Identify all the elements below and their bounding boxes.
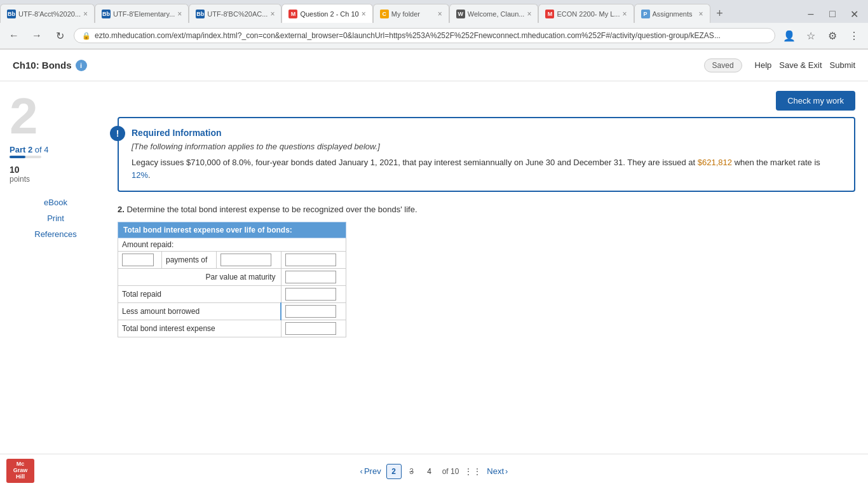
tab-3[interactable]: Bb UTF-8'BC%20AC... ×	[189, 4, 281, 23]
tab-favicon-6: W	[456, 10, 465, 18]
part-of: of 4	[35, 145, 49, 154]
part-bold: Part 2	[10, 145, 32, 154]
total-repaid-row: Total repaid	[118, 286, 346, 303]
tab-title-4: Question 2 - Ch 10	[300, 10, 358, 18]
req-title: Required Information	[132, 128, 841, 138]
account-icon[interactable]: 👤	[780, 27, 798, 44]
url-bar[interactable]: 🔒 ezto.mheducation.com/ext/map/index.htm…	[74, 28, 775, 43]
question-number: 2	[10, 91, 102, 142]
close-window-button[interactable]: ✕	[845, 5, 863, 23]
req-body-part2: when the market rate is	[732, 158, 820, 167]
restore-button[interactable]: □	[824, 5, 841, 23]
tab-favicon-1: Bb	[7, 10, 16, 18]
forward-button[interactable]: →	[28, 27, 46, 44]
tab-2[interactable]: Bb UTF-8'Elementary... ×	[95, 4, 189, 23]
main-layout: 2 Part 2 of 4 10 points eBook Print Refe…	[0, 81, 868, 451]
close-tab-1[interactable]: ×	[83, 10, 88, 18]
tab-7[interactable]: M ECON 2200- My L... ×	[538, 4, 634, 23]
close-tab-7[interactable]: ×	[622, 10, 627, 18]
tab-title-5: My folder	[391, 10, 435, 18]
amount-repaid-label: Amount repaid:	[118, 238, 346, 252]
question-number-label: 2.	[118, 205, 125, 214]
browser-chrome: Bb UTF-8'Acct%2020... × Bb UTF-8'Element…	[0, 0, 868, 50]
less-amount-input[interactable]	[285, 305, 336, 318]
print-link[interactable]: Print	[10, 212, 102, 224]
total-expense-input[interactable]	[285, 322, 336, 335]
payments-total-cell	[281, 252, 346, 269]
exclamation-icon: !	[110, 126, 125, 141]
tab-8[interactable]: P Assignments ×	[634, 4, 710, 23]
app-header: Ch10: Bonds i Saved Help Save & Exit Sub…	[0, 50, 868, 81]
url-text: ezto.mheducation.com/ext/map/index.html?…	[95, 31, 767, 40]
tab-favicon-7: M	[545, 10, 554, 18]
payments-total-input[interactable]	[285, 254, 336, 266]
table-header-row: Total bond interest expense over life of…	[118, 222, 346, 238]
tab-bar: Bb UTF-8'Acct%2020... × Bb UTF-8'Element…	[0, 0, 868, 23]
required-info-box: ! Required Information [The following in…	[118, 117, 855, 192]
submit-button[interactable]: Submit	[830, 60, 855, 70]
close-tab-2[interactable]: ×	[177, 10, 182, 18]
tab-favicon-3: Bb	[196, 10, 205, 18]
question-body: Determine the total bond interest expens…	[126, 205, 417, 214]
save-exit-button[interactable]: Save & Exit	[779, 60, 822, 70]
tab-1[interactable]: Bb UTF-8'Acct%2020... ×	[0, 4, 95, 23]
progress-bar	[10, 156, 41, 158]
total-repaid-input[interactable]	[285, 288, 336, 301]
req-body-part3: .	[148, 170, 151, 180]
amount-repaid-row: Amount repaid:	[118, 238, 346, 252]
app-title-text: Ch10: Bonds	[13, 60, 72, 71]
payment-amount-input[interactable]	[220, 254, 271, 266]
close-tab-3[interactable]: ×	[270, 10, 275, 18]
less-amount-row: Less amount borrowed	[118, 303, 346, 320]
tab-favicon-4: M	[288, 10, 297, 18]
par-value-label: Par value at maturity	[118, 269, 281, 286]
address-bar: ← → ↻ 🔒 ezto.mheducation.com/ext/map/ind…	[0, 23, 868, 49]
num-payments-cell	[118, 252, 162, 269]
payment-amount-cell	[216, 252, 281, 269]
tab-6[interactable]: W Welcome, Claun... ×	[449, 4, 539, 23]
close-tab-8[interactable]: ×	[698, 10, 703, 18]
tab-4[interactable]: M Question 2 - Ch 10 ×	[281, 4, 372, 23]
saved-badge: Saved	[704, 58, 742, 72]
tab-title-6: Welcome, Claun...	[468, 10, 525, 18]
minimize-button[interactable]: –	[802, 5, 820, 23]
references-link[interactable]: References	[10, 228, 102, 240]
progress-fill	[10, 156, 25, 158]
app-title: Ch10: Bonds i	[13, 60, 87, 71]
star-icon[interactable]: ☆	[802, 27, 820, 44]
tab-5[interactable]: C My folder ×	[373, 4, 449, 23]
par-value-input[interactable]	[285, 271, 336, 283]
num-payments-input[interactable]	[122, 254, 154, 266]
part-label: Part 2 of 4	[10, 145, 102, 154]
ebook-link[interactable]: eBook	[10, 196, 102, 208]
table-header: Total bond interest expense over life of…	[118, 222, 346, 238]
points-label: points	[10, 175, 102, 184]
question-text: 2. Determine the total bond interest exp…	[118, 205, 855, 214]
check-work-area: Check my work	[118, 91, 855, 111]
extensions-icon[interactable]: ⚙	[824, 27, 841, 44]
close-tab-4[interactable]: ×	[362, 10, 366, 18]
help-link[interactable]: Help	[755, 60, 772, 70]
total-repaid-cell	[281, 286, 346, 303]
payments-row: payments of	[118, 252, 346, 269]
lock-icon: 🔒	[82, 32, 91, 40]
less-amount-cell	[281, 303, 346, 320]
info-icon[interactable]: i	[76, 60, 87, 71]
close-tab-6[interactable]: ×	[527, 10, 531, 18]
content-area: Check my work ! Required Information [Th…	[111, 81, 868, 451]
close-tab-5[interactable]: ×	[438, 10, 442, 18]
req-subtitle: [The following information applies to th…	[132, 142, 841, 151]
back-button[interactable]: ←	[5, 27, 23, 44]
par-value-row: Par value at maturity	[118, 269, 346, 286]
tab-title-8: Assignments	[653, 10, 696, 18]
par-value-cell	[281, 269, 346, 286]
new-tab-button[interactable]: +	[710, 4, 729, 23]
tab-favicon-2: Bb	[102, 10, 111, 18]
req-highlight1: $621,812	[698, 158, 732, 167]
tab-title-2: UTF-8'Elementary...	[113, 10, 175, 18]
check-work-button[interactable]: Check my work	[776, 91, 855, 111]
tab-title-1: UTF-8'Acct%2020...	[18, 10, 81, 18]
header-actions: Help Save & Exit Submit	[755, 60, 855, 70]
menu-icon[interactable]: ⋮	[845, 27, 863, 44]
reload-button[interactable]: ↻	[51, 27, 69, 44]
